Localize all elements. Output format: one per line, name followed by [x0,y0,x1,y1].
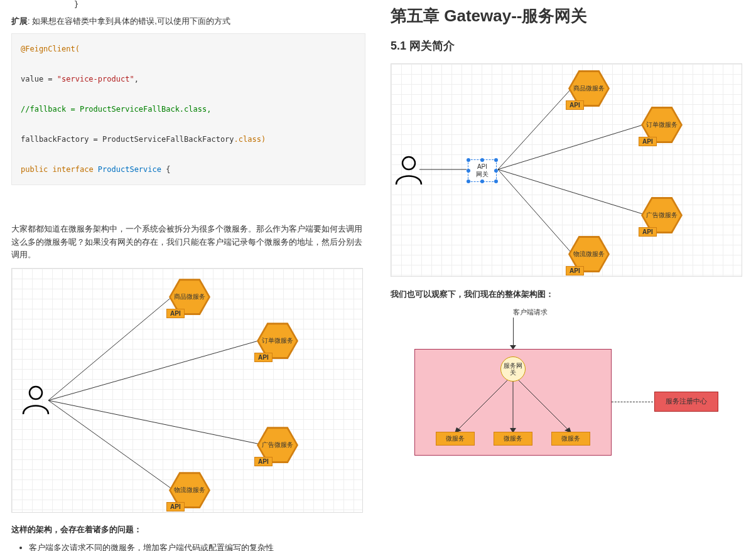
architecture-diagram: 客户端请求 服务网关 微服务 微服务 微服务 服务注册中心 [391,308,727,461]
with-gateway-diagram: API网关 商品微服务 API 订单微服务 API 广告微服务 API 物流微服… [391,63,742,277]
microservice-box: 微服务 [494,432,532,446]
svg-line-0 [48,296,173,400]
svg-line-9 [498,169,572,254]
microservice-box: 微服务 [436,432,475,446]
svg-line-8 [498,169,645,215]
chapter-title: 第五章 Gateway--服务网关 [391,5,745,27]
svg-line-7 [498,124,645,169]
code-closing-brace: } [11,0,365,9]
client-user-icon [395,156,423,186]
gateway-box[interactable]: API网关 [468,159,497,182]
section-title: 5.1 网关简介 [391,38,745,53]
svg-line-6 [498,88,572,169]
api-tag: API [639,137,657,146]
svg-point-10 [402,157,415,169]
api-tag: API [254,457,273,466]
intro-paragraph: 大家都都知道在微服务架构中，一个系统会被拆分为很多个微服务。那么作为客户端要如何… [11,223,365,262]
issues-list: 客户端多次请求不同的微服务，增加客户端代码或配置编写的复杂性 认证复杂，每个服务… [29,540,365,551]
api-tag: API [639,227,657,237]
api-tag: API [254,353,273,362]
code-block: @FeignClient( value = "service-product",… [11,33,365,185]
svg-line-1 [48,340,261,400]
expand-text: : 如果想在容错类中拿到具体的错误,可以使用下面的方式 [28,16,230,26]
observe-paragraph: 我们也可以观察下，我们现在的整体架构图： [391,288,745,301]
svg-line-2 [48,400,261,444]
service-registry-box: 服务注册中心 [654,392,718,412]
expand-label: 扩展 [11,16,28,26]
api-tag: API [166,309,185,318]
client-request-label: 客户端请求 [513,308,548,317]
svg-point-4 [30,387,42,399]
svg-line-11 [458,380,507,429]
svg-line-3 [48,400,173,489]
api-tag: API [566,100,584,110]
svg-line-15 [519,380,568,429]
client-user-icon [22,385,50,415]
api-tag: API [166,502,185,511]
issues-heading: 这样的架构，会存在着诸多的问题： [11,524,365,535]
no-gateway-diagram: 商品微服务 API 订单微服务 API 广告微服务 API 物流微服务 API [11,268,363,513]
microservice-box: 微服务 [551,432,590,446]
api-tag: API [566,266,584,276]
expand-intro: 扩展: 如果想在容错类中拿到具体的错误,可以使用下面的方式 [11,15,365,28]
list-item: 客户端多次请求不同的微服务，增加客户端代码或配置编写的复杂性 [29,540,365,551]
